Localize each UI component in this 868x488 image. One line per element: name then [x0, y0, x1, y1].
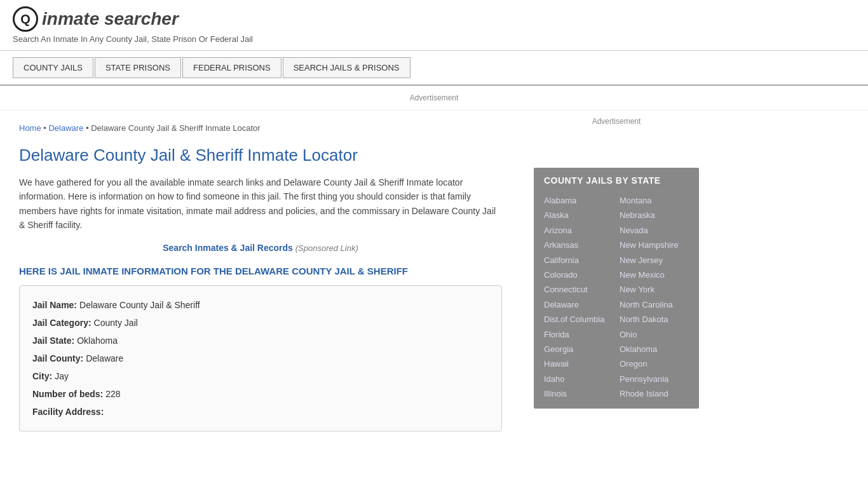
state-link[interactable]: Illinois	[544, 386, 613, 401]
site-header: Q inmate searcher Search An Inmate In An…	[0, 0, 868, 51]
jail-county-value: Delaware	[86, 349, 123, 367]
state-link[interactable]: Arizona	[544, 223, 613, 238]
state-link[interactable]: Georgia	[544, 342, 613, 356]
state-link[interactable]: New Jersey	[620, 253, 689, 268]
jail-state-value: Oklahoma	[77, 332, 118, 349]
field-jail-category: Jail Category: County Jail	[32, 314, 489, 332]
state-link[interactable]: Rhode Island	[620, 386, 689, 401]
state-link[interactable]: Dist.of Columbia	[544, 312, 613, 327]
nav-link-county-jails[interactable]: COUNTY JAILS	[13, 57, 93, 78]
state-link[interactable]: New York	[620, 282, 689, 297]
jail-info-card: Jail Name: Delaware County Jail & Sherif…	[19, 285, 502, 431]
breadcrumb-sep2: •	[86, 123, 91, 133]
logo-area: Q inmate searcher	[13, 6, 855, 32]
state-link[interactable]: Montana	[620, 193, 689, 208]
sponsored-text: (Sponsored Link)	[295, 243, 358, 253]
states-col2: MontanaNebraskaNevadaNew HampshireNew Je…	[620, 193, 689, 401]
main-content: Home • Delaware • Delaware County Jail &…	[0, 111, 521, 444]
field-jail-name: Jail Name: Delaware County Jail & Sherif…	[32, 296, 489, 314]
state-link[interactable]: Hawaii	[544, 356, 613, 371]
nav-item-federal-prisons[interactable]: FEDERAL PRISONS	[182, 57, 281, 78]
state-link[interactable]: Idaho	[544, 372, 613, 386]
state-link[interactable]: Nebraska	[620, 208, 689, 222]
state-link[interactable]: California	[544, 253, 613, 268]
state-link[interactable]: Alabama	[544, 193, 613, 208]
field-jail-county: Jail County: Delaware	[32, 349, 489, 367]
field-city: City: Jay	[32, 367, 489, 385]
field-num-beds: Number of beds: 228	[32, 385, 489, 403]
state-jails-box: COUNTY JAILS BY STATE AlabamaAlaskaArizo…	[534, 168, 699, 409]
states-grid: AlabamaAlaskaArizonaArkansasCaliforniaCo…	[544, 193, 689, 401]
state-link[interactable]: Oklahoma	[620, 342, 689, 356]
ad-banner: Advertisement	[0, 86, 868, 111]
sidebar: Advertisement COUNTY JAILS BY STATE Alab…	[521, 111, 712, 444]
city-value: Jay	[55, 367, 69, 385]
state-link[interactable]: Nevada	[620, 223, 689, 238]
nav-link-state-prisons[interactable]: STATE PRISONS	[95, 57, 181, 78]
nav-item-state-prisons[interactable]: STATE PRISONS	[95, 57, 181, 78]
state-link[interactable]: Ohio	[620, 327, 689, 342]
search-link-area: Search Inmates & Jail Records (Sponsored…	[19, 243, 502, 253]
state-link[interactable]: New Hampshire	[620, 238, 689, 252]
jail-category-value: County Jail	[94, 314, 138, 332]
jail-state-label: Jail State:	[32, 332, 74, 349]
state-link[interactable]: Connecticut	[544, 282, 613, 297]
state-link[interactable]: Oregon	[620, 356, 689, 371]
nav-item-search[interactable]: SEARCH JAILS & PRISONS	[283, 57, 410, 78]
breadcrumb-state[interactable]: Delaware	[48, 123, 83, 133]
breadcrumb: Home • Delaware • Delaware County Jail &…	[19, 123, 502, 133]
jail-name-label: Jail Name:	[32, 296, 77, 314]
state-link[interactable]: North Carolina	[620, 297, 689, 312]
logo-text-span: inmate searcher	[42, 9, 179, 29]
num-beds-label: Number of beds:	[32, 385, 103, 403]
jail-category-label: Jail Category:	[32, 314, 92, 332]
state-link[interactable]: Arkansas	[544, 238, 613, 252]
jail-info-heading: HERE IS JAIL INMATE INFORMATION FOR THE …	[19, 266, 502, 276]
state-link[interactable]: Delaware	[544, 297, 613, 312]
nav-list: COUNTY JAILS STATE PRISONS FEDERAL PRISO…	[13, 57, 855, 78]
state-link[interactable]: Alaska	[544, 208, 613, 222]
logo-text: inmate searcher	[42, 9, 179, 29]
search-inmates-link[interactable]: Search Inmates & Jail Records	[163, 243, 293, 253]
logo-icon: Q	[13, 6, 38, 32]
jail-county-label: Jail County:	[32, 349, 83, 367]
main-layout: Home • Delaware • Delaware County Jail &…	[0, 111, 868, 444]
navigation: COUNTY JAILS STATE PRISONS FEDERAL PRISO…	[0, 51, 868, 86]
state-link[interactable]: Pennsylvania	[620, 372, 689, 386]
page-description: We have gathered for you all the availab…	[19, 175, 502, 233]
city-label: City:	[32, 367, 52, 385]
nav-link-search[interactable]: SEARCH JAILS & PRISONS	[283, 57, 410, 78]
breadcrumb-home[interactable]: Home	[19, 123, 41, 133]
state-link[interactable]: North Dakota	[620, 312, 689, 327]
facility-address-label: Facility Address:	[32, 403, 104, 421]
state-jails-heading: COUNTY JAILS BY STATE	[544, 175, 689, 186]
field-facility-address: Facility Address:	[32, 403, 489, 421]
num-beds-value: 228	[105, 385, 120, 403]
breadcrumb-current: Delaware County Jail & Sheriff Inmate Lo…	[91, 123, 260, 133]
states-col1: AlabamaAlaskaArizonaArkansasCaliforniaCo…	[544, 193, 613, 401]
ad-sidebar: Advertisement	[534, 117, 699, 155]
nav-link-federal-prisons[interactable]: FEDERAL PRISONS	[182, 57, 281, 78]
jail-name-value: Delaware County Jail & Sheriff	[79, 296, 200, 314]
state-link[interactable]: New Mexico	[620, 268, 689, 282]
state-link[interactable]: Colorado	[544, 268, 613, 282]
page-title: Delaware County Jail & Sheriff Inmate Lo…	[19, 146, 502, 165]
field-jail-state: Jail State: Oklahoma	[32, 332, 489, 349]
state-link[interactable]: Florida	[544, 327, 613, 342]
nav-item-county-jails[interactable]: COUNTY JAILS	[13, 57, 93, 78]
tagline: Search An Inmate In Any County Jail, Sta…	[13, 34, 855, 44]
